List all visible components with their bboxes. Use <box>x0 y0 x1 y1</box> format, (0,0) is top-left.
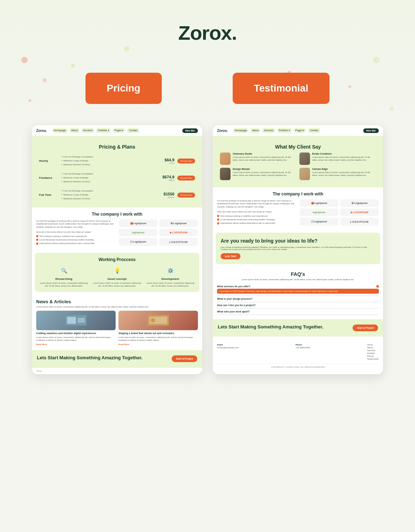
left-nav-services[interactable]: Services <box>81 128 94 133</box>
read-more-2[interactable]: Read More <box>118 343 129 345</box>
site-logo: Zorox. <box>0 21 415 44</box>
right-nav-about[interactable]: About <box>250 128 260 133</box>
pricing-hero-button[interactable]: Pricing <box>85 73 162 104</box>
left-nav-links: Homepage About Services Portfolio ▾ Page… <box>52 128 180 133</box>
left-nav-hireme[interactable]: Hire Me! <box>182 128 198 133</box>
dev-title: Development <box>145 277 195 281</box>
left-start-project-btn[interactable]: Start A Project <box>172 355 197 362</box>
left-footer-cta: Lets Start Making Something Amazing Toge… <box>32 350 202 367</box>
pricing-type-fulltime: Full Time <box>39 193 59 196</box>
choose-plan-freelance[interactable]: Choose Plan <box>177 176 195 181</box>
pricing-price-fulltime: $1550 <box>157 192 175 196</box>
choose-plan-hourly[interactable]: Choose Plan <box>177 159 195 164</box>
left-nav-homepage[interactable]: Homepage <box>52 128 68 133</box>
research-title: Researching <box>39 277 89 281</box>
working-item-research: 🔍 Researching Lorem ipsum dolor sit amet… <box>39 266 89 288</box>
right-bullet-tech: Tech startups looking to redefine user e… <box>217 215 296 217</box>
left-navbar: Zorox. Homepage About Services Portfolio… <box>32 125 202 136</box>
footer-email-label: Email <box>217 344 239 346</box>
working-process-section: Working Proccess 🔍 Researching Lorem ips… <box>35 253 199 292</box>
faq-question-1[interactable]: What services do you offer? <box>217 285 379 288</box>
hero-buttons: Pricing Testimonial <box>0 73 415 104</box>
news-image-1 <box>36 311 116 330</box>
right-nav-homepage[interactable]: Homepage <box>233 128 249 133</box>
news-card-1: Crafting seamless and intuitive digital … <box>36 311 116 346</box>
ready-section: Are you ready to bring your ideas to lif… <box>216 233 380 264</box>
footer-phone-val: +62 890234567 <box>295 347 310 349</box>
faq-item-2: What is your design process? <box>217 296 379 302</box>
client-name-2: Evoke Creations <box>312 153 376 155</box>
faq-item-1: What services do you offer? I specialize… <box>217 283 379 296</box>
right-logo-1: ⬤ Logoipsum <box>300 199 338 207</box>
pricing-price-freelance: $674.9 <box>157 175 175 179</box>
pricing-feature-f2: Maximum 2 type of design <box>61 176 154 179</box>
news-card-title-2: Shaping a brand that stands out and reso… <box>118 332 198 335</box>
working-title: Working Proccess <box>39 257 195 262</box>
pricing-feature-ft1: Free 3x All Design Consultation <box>61 189 154 192</box>
lets-talk-btn[interactable]: Lets Talk! <box>221 253 240 259</box>
faq-desc: Lorem ipsum dolor sit amet, consectetur … <box>217 278 379 281</box>
left-footer-nav-home[interactable]: Home <box>36 370 42 372</box>
footer-nav-portfolio[interactable]: Portfolio <box>367 352 379 354</box>
faq-q4-text: What sets your work apart? <box>217 310 250 313</box>
pricing-type-freelance: Freelance <box>39 176 59 179</box>
pricing-screenshot: Zorox. Homepage About Services Portfolio… <box>32 125 202 374</box>
pricing-period-fulltime: /Month <box>157 196 175 198</box>
read-more-1[interactable]: Read More <box>36 343 47 345</box>
pricing-amount-fulltime: $1550 /Month <box>157 192 175 198</box>
left-nav-portfolio[interactable]: Portfolio ▾ <box>96 128 111 133</box>
news-desc: Lorem ipsum dolor sit amet, consectetur … <box>36 306 198 308</box>
footer-nav-pricing[interactable]: Pricing <box>367 355 379 357</box>
avatar-visionary <box>220 153 231 165</box>
right-nav-services[interactable]: Services <box>262 128 275 133</box>
pricing-title: Pricing & Plans <box>36 140 198 153</box>
choose-plan-fulltime[interactable]: Choose Plan <box>177 193 195 198</box>
avatar-evoke <box>299 153 310 165</box>
testimonial-content-3: Design Mosaic Lorem ipsum dolor sit amet… <box>233 168 297 177</box>
footer-nav-testimonials[interactable]: Testimonials <box>367 358 379 360</box>
footer-copyright: COPYRIGHT © ZOROX 2025. ALL RIGHTS RESER… <box>217 364 379 368</box>
ready-desc: Lets create something amazing together! … <box>221 246 375 250</box>
bullet-intl: International clients seeking illustrati… <box>36 242 115 245</box>
faq-question-2[interactable]: What is your design process? <box>217 298 379 300</box>
pricing-feature-ft2: Maximum 2 type of design <box>61 193 154 196</box>
bullet-local: Local Indonesian businesses embracing mo… <box>36 238 115 241</box>
news-card-desc-2: Lorem ipsum dolor sit amet, consectetur … <box>118 336 198 342</box>
faq-question-4[interactable]: What sets your work apart? <box>217 310 379 313</box>
footer-nav-home[interactable]: Home <box>367 344 379 346</box>
right-footer-cta: Lets Start Making Something Amazing Toge… <box>213 319 383 337</box>
client-text-3: Lorem ipsum dolor sit amet, consectetur … <box>233 171 297 177</box>
pricing-row-fulltime: Full Time Free 3x All Design Consultatio… <box>36 187 198 203</box>
footer-nav-services[interactable]: Services <box>367 349 379 351</box>
left-footer-nav: Home <box>32 367 202 374</box>
right-nav-pages[interactable]: Pages ▾ <box>294 128 306 133</box>
logo-3: logoipsum <box>119 229 157 236</box>
right-logo-4: ▶ LOGOIPSUM <box>340 209 379 216</box>
right-start-project-btn[interactable]: Start A Project <box>353 325 378 331</box>
faq-item-3: How can I hire you for a project? <box>217 302 379 309</box>
pricing-type-hourly: Hourly <box>39 159 59 162</box>
bullet-tech: Tech startups looking to redefine user e… <box>36 235 115 238</box>
right-nav-portfolio[interactable]: Portfolio ▾ <box>277 128 292 133</box>
left-company-section: The company I work with I've had the pri… <box>32 207 202 250</box>
concept-icon: 💡 <box>112 266 122 276</box>
news-section: News & Articles Lorem ipsum dolor sit am… <box>32 295 202 350</box>
testimonial-grid: Visionary Studio Lorem ipsum dolor sit a… <box>217 153 379 183</box>
left-nav-about[interactable]: About <box>70 128 79 133</box>
faq-section: FAQ's Lorem ipsum dolor sit amet, consec… <box>213 267 383 319</box>
footer-nav-about[interactable]: About <box>367 347 379 349</box>
faq-question-3[interactable]: How can I hire you for a project? <box>217 304 379 306</box>
research-desc: Lorem ipsum dolor sit amet, consectetur … <box>39 282 89 288</box>
faq-title: FAQ's <box>217 271 379 277</box>
right-nav-hireme[interactable]: Hire Me! <box>363 128 379 133</box>
faq-item-4: What sets your work apart? <box>217 309 379 315</box>
left-nav-pages[interactable]: Pages ▾ <box>113 128 126 133</box>
left-company-layout: I've had the privilege of working with a… <box>36 220 198 246</box>
right-nav-contact[interactable]: Contact <box>308 128 320 133</box>
left-nav-contact[interactable]: Contact <box>127 128 139 133</box>
right-company-paragraph: I've had the privilege of working with a… <box>217 200 294 208</box>
avatar-mosaic <box>220 168 231 180</box>
news-card-desc-1: Lorem ipsum dolor sit amet, consectetur … <box>36 336 116 342</box>
faq-toggle-1[interactable] <box>376 285 379 288</box>
testimonial-hero-button[interactable]: Testimonial <box>233 73 330 104</box>
